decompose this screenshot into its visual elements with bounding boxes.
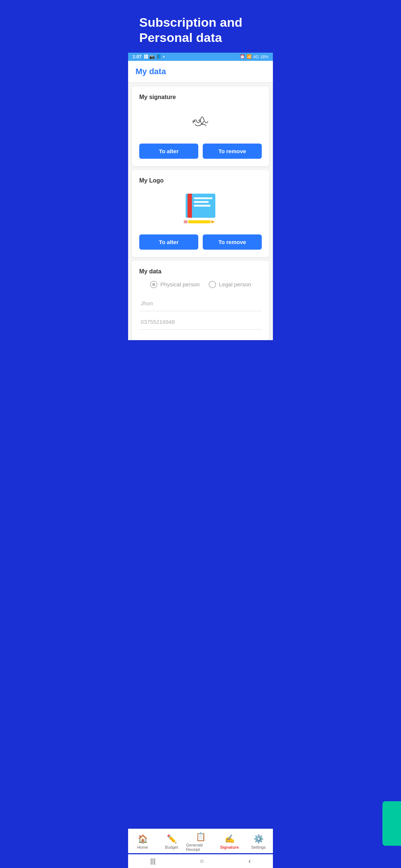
page-header: Subscription and Personal data: [128, 0, 273, 53]
signature-buttons: To alter To remove: [139, 144, 262, 159]
doc-line-2: [194, 201, 209, 203]
name-input[interactable]: [139, 296, 262, 311]
main-content: My data My signature To alter To remove …: [128, 61, 273, 340]
pencil-body: [188, 220, 211, 223]
doc-pencil: [184, 220, 215, 223]
logo-card: My Logo: [132, 170, 269, 257]
signal-icon: 4G: [253, 55, 259, 59]
logo-alter-button[interactable]: To alter: [139, 234, 198, 250]
page-title: Subscription and Personal data: [139, 15, 262, 45]
doc-line-1: [194, 197, 212, 199]
phone-input[interactable]: [139, 314, 262, 330]
physical-person-radio[interactable]: [150, 281, 157, 288]
doc-body: [186, 194, 215, 218]
physical-person-label: Physical person: [160, 281, 200, 287]
notification-icons: 🖼 📷 📘 •: [144, 54, 164, 59]
legal-person-radio[interactable]: [209, 281, 216, 288]
data-card-title: My data: [139, 268, 262, 275]
signature-area: [139, 106, 262, 136]
alarm-icon: ⏰: [240, 54, 245, 59]
signature-card-title: My signature: [139, 94, 262, 101]
logo-area: [139, 190, 262, 227]
doc-line-3: [194, 205, 211, 207]
logo-remove-button[interactable]: To remove: [203, 234, 262, 250]
status-bar: 1:07 🖼 📷 📘 • ⏰ 📶 4G 18%: [128, 53, 273, 61]
legal-person-option[interactable]: Legal person: [209, 281, 251, 288]
section-title: My data: [136, 67, 265, 76]
document-icon: [184, 194, 217, 223]
time: 1:07: [133, 54, 141, 59]
signature-alter-button[interactable]: To alter: [139, 144, 198, 159]
physical-person-option[interactable]: Physical person: [150, 281, 200, 288]
pencil-tip: [211, 220, 215, 223]
person-type-group: Physical person Legal person: [139, 281, 262, 288]
section-header: My data: [128, 61, 273, 83]
signature-image: [182, 110, 219, 132]
battery: 18%: [260, 55, 268, 59]
wifi-icon: 📶: [247, 54, 252, 59]
logo-buttons: To alter To remove: [139, 234, 262, 250]
my-data-card: My data Physical person Legal person: [132, 261, 269, 340]
signature-card: My signature To alter To remove: [132, 86, 269, 166]
signature-remove-button[interactable]: To remove: [203, 144, 262, 159]
legal-person-label: Legal person: [219, 281, 251, 287]
logo-card-title: My Logo: [139, 177, 262, 184]
pencil-eraser: [184, 220, 188, 223]
doc-lines: [194, 197, 212, 207]
doc-spine: [188, 194, 192, 218]
